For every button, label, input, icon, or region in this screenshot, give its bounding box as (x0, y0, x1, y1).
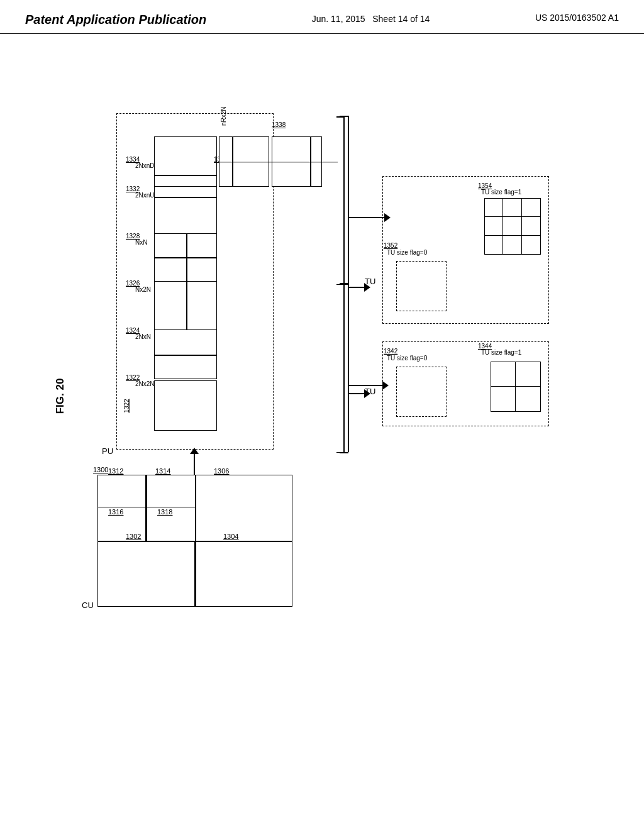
bracket-top (340, 116, 348, 117)
publication-date: Jun. 11, 2015 (312, 14, 365, 24)
part-1324 (154, 329, 217, 379)
part-1322 (154, 380, 217, 431)
cell-1306 (195, 475, 292, 541)
part-1326 (154, 280, 217, 330)
label-1312: 1312 (108, 467, 123, 475)
part-1332 (154, 184, 217, 234)
mode-1332: 2NxnU (135, 192, 155, 199)
label-1314: 1314 (155, 467, 170, 475)
tu-arrow-top (348, 287, 365, 288)
bracket-bot (340, 452, 348, 453)
arrow-up-shaft (194, 453, 195, 475)
cell-1312 (97, 475, 146, 507)
tu-bot-arrowhead (382, 381, 389, 390)
mode-1328: NxN (135, 239, 147, 246)
cell-1314 (146, 475, 195, 507)
mode-1324: 2NxN (135, 333, 151, 340)
part-1334 (154, 136, 217, 187)
mode-1322: 2Nx2N (135, 380, 155, 387)
cu-vdivider (195, 475, 196, 607)
cell-1304 (195, 541, 292, 607)
pu-mode-label-1322-rot: 1322 (123, 399, 130, 412)
part-1328 (154, 231, 217, 282)
tu-bot-arrow-h (348, 385, 384, 386)
label-1316: 1316 (108, 508, 123, 516)
pu-bracket (336, 116, 348, 453)
mode-1338: nRx2N (220, 106, 227, 126)
cu-label: CU (82, 600, 94, 610)
tu-arrow-bot (348, 393, 365, 394)
patent-number: US 2015/0163502 A1 (535, 13, 619, 23)
label-1300: 1300 (93, 466, 108, 473)
label-1318: 1318 (157, 508, 172, 516)
tu-arrowhead-top (364, 283, 370, 292)
bracket-mid (340, 283, 348, 284)
publication-title: Patent Application Publication (25, 13, 206, 27)
label-1306: 1306 (214, 467, 229, 475)
tu-top-dashed-box (382, 176, 549, 324)
page-header: Patent Application Publication Jun. 11, … (0, 0, 644, 34)
mode-1334: 2NxnD (135, 162, 155, 169)
tu-bot-dashed-box (382, 341, 549, 426)
tu-top-arrow-h (348, 217, 386, 218)
header-center: Jun. 11, 2015 Sheet 14 of 14 (312, 13, 430, 26)
label-1338: 1338 (272, 121, 286, 128)
figure-label: FIG. 20 (54, 379, 67, 414)
pu-label: PU (102, 446, 113, 456)
connector-line-1 (217, 162, 338, 163)
bracket-vert (348, 116, 349, 452)
mode-1326: Nx2N (135, 286, 151, 293)
cell-1302 (97, 541, 195, 607)
tu-arrowhead-bot (364, 389, 370, 398)
cu-inner-vdivider (146, 475, 147, 541)
sheet-info: Sheet 14 of 14 (372, 14, 430, 24)
